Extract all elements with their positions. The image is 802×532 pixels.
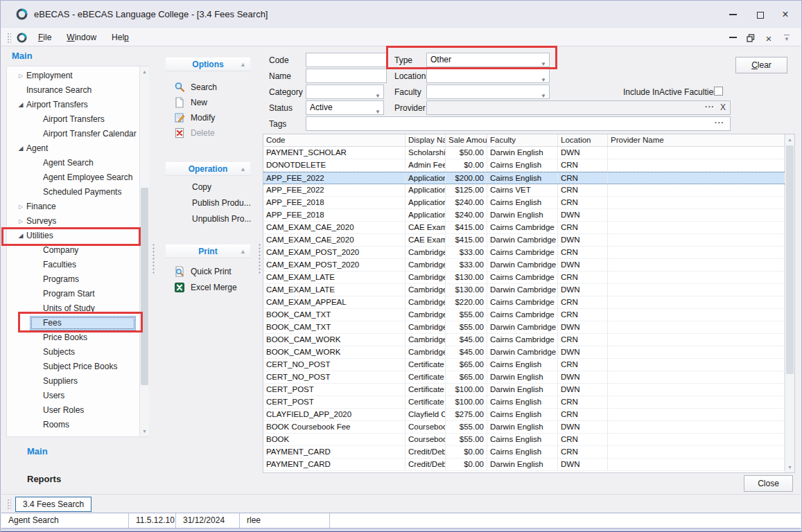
tree-item-airport-transfers[interactable]: ◢Airport Transfers xyxy=(7,98,139,112)
operation-panel-header[interactable]: Operation▲ xyxy=(166,162,250,176)
mdi-minimize-button[interactable] xyxy=(726,32,740,44)
tree-item-program-start[interactable]: Program Start xyxy=(7,287,139,301)
tree-item-finance[interactable]: ▷Finance xyxy=(7,200,139,214)
mdi-restore-button[interactable] xyxy=(744,32,758,44)
name-input[interactable] xyxy=(306,69,387,83)
provider-lookup-field[interactable]: ··· X xyxy=(426,100,731,115)
print-panel-header[interactable]: Print▲ xyxy=(166,245,250,258)
table-row[interactable]: CAM_EXAM_LATECambridge$130.00Cairns Camb… xyxy=(263,272,794,284)
tree-item-rooms[interactable]: Rooms xyxy=(7,418,139,432)
nav-scroll-thumb[interactable] xyxy=(141,188,148,385)
tab-fees-search[interactable]: 3.4 Fees Search xyxy=(15,497,91,512)
table-row[interactable]: PAYMENT_SCHOLARScholarship$50.00Darwin E… xyxy=(263,147,794,159)
modify-action[interactable]: Modify xyxy=(174,110,215,125)
ellipsis-lookup-icon[interactable]: ··· xyxy=(715,118,724,127)
table-row[interactable]: CLAYFIELD_APP_2020Clayfield Cc$275.00Cai… xyxy=(263,409,794,421)
column-header-provider-name[interactable]: Provider Name xyxy=(608,134,785,146)
toolbar-grip[interactable] xyxy=(7,33,11,44)
column-header-sale-amount[interactable]: Sale Amount xyxy=(446,134,487,146)
tree-item-scheduled-payments[interactable]: Scheduled Payments xyxy=(7,185,139,200)
search-action[interactable]: Search xyxy=(174,80,217,95)
table-row[interactable]: APP_FEE_2018Application$240.00Darwin Eng… xyxy=(263,209,794,222)
tree-item-agent[interactable]: ◢Agent xyxy=(7,141,139,156)
tree-item-suppliers[interactable]: Suppliers xyxy=(7,374,139,389)
tree-item-fees[interactable]: Fees xyxy=(7,316,139,330)
options-panel-header[interactable]: Options▲ xyxy=(166,57,250,71)
table-row[interactable]: CAM_EXAM_LATECambridge$130.00Darwin Camb… xyxy=(263,284,794,296)
category-select[interactable]: ▼ xyxy=(306,85,384,99)
tags-input[interactable]: ··· xyxy=(306,116,731,131)
tree-item-agent-search[interactable]: Agent Search xyxy=(7,156,139,170)
mdi-close-button[interactable]: × xyxy=(762,32,776,44)
table-row[interactable]: APP_FEE_2018Application$240.00Cairns Eng… xyxy=(263,197,794,209)
collapse-caret-icon[interactable]: ▲ xyxy=(240,57,246,71)
mdi-dropdown-button[interactable]: ▼ xyxy=(780,32,794,44)
tree-item-price-books[interactable]: Price Books xyxy=(7,330,139,345)
menu-item-file[interactable]: File xyxy=(32,30,58,44)
close-button[interactable]: Close xyxy=(744,475,793,492)
menu-item-help[interactable]: Help xyxy=(105,30,135,44)
maximize-button[interactable] xyxy=(751,6,770,23)
menu-item-window[interactable]: Window xyxy=(60,30,103,44)
unpublish-pro-action[interactable]: Unpublish Pro... xyxy=(192,211,251,227)
table-row[interactable]: BOOK_CAM_WORKCambridge$45.00Cairns Cambr… xyxy=(263,334,794,346)
table-row[interactable]: PAYMENT_CARDCredit/Debi$0.00Darwin Engli… xyxy=(263,459,794,471)
table-row[interactable]: BOOK_CAM_TXTCambridge$55.00Darwin Cambri… xyxy=(263,321,794,334)
table-row[interactable]: DONOTDELETEAdmin Fee$0.00Cairns EnglishC… xyxy=(263,159,794,172)
expand-icon[interactable]: ▷ xyxy=(15,69,26,83)
tree-item-airport-transfer-calendar[interactable]: Airport Transfer Calendar xyxy=(7,127,139,141)
copy-action[interactable]: Copy xyxy=(192,179,211,195)
tree-item-programs[interactable]: Programs xyxy=(7,272,139,287)
scroll-up-icon[interactable]: ▲ xyxy=(785,135,794,144)
tree-item-agent-employee-search[interactable]: Agent Employee Search xyxy=(7,170,139,185)
tree-item-surveys[interactable]: ▷Surveys xyxy=(7,214,139,229)
tree-item-employment[interactable]: ▷Employment xyxy=(7,69,139,83)
column-header-faculty[interactable]: Faculty xyxy=(487,134,558,146)
table-row[interactable]: CERT_POSTCertificate$100.00Cairns Englis… xyxy=(263,396,794,409)
scroll-up-icon[interactable]: ▲ xyxy=(140,67,149,76)
nav-group-main[interactable]: Main xyxy=(27,446,48,456)
table-row[interactable]: CAM_EXAM_CAE_2020CAE Exam I$415.00Cairns… xyxy=(263,222,794,234)
include-inactive-checkbox[interactable] xyxy=(714,87,723,96)
provider-clear-button[interactable]: X xyxy=(720,103,726,112)
column-header-code[interactable]: Code xyxy=(263,134,406,146)
clear-button[interactable]: Clear xyxy=(735,57,787,73)
nav-tree-scrollbar[interactable]: ▲ ▼ xyxy=(139,66,149,436)
scroll-down-icon[interactable]: ▼ xyxy=(785,463,794,472)
collapse-caret-icon[interactable]: ▲ xyxy=(240,162,246,176)
splitter-handle[interactable] xyxy=(152,243,156,274)
tree-item-airport-transfers[interactable]: Airport Transfers xyxy=(7,112,139,127)
table-row[interactable]: CAM_EXAM_POST_2020Cambridge$33.00Cairns … xyxy=(263,247,794,259)
tree-item-user-roles[interactable]: User Roles xyxy=(7,403,139,418)
minimize-button[interactable] xyxy=(723,6,742,23)
delete-action[interactable]: Delete xyxy=(174,125,215,141)
ellipsis-lookup-icon[interactable]: ··· xyxy=(705,103,715,111)
table-row[interactable]: CAM_EXAM_APPEALCambridge$220.00Cairns Ca… xyxy=(263,296,794,309)
table-scroll-thumb[interactable] xyxy=(786,145,794,374)
table-row[interactable]: CERT_POSTCertificate$100.00Darwin Englis… xyxy=(263,384,794,396)
table-row[interactable]: PAYMENT_CARDCredit/Debi$0.00Cairns Engli… xyxy=(263,446,794,459)
tree-item-units-of-study[interactable]: Units of Study xyxy=(7,301,139,316)
tree-item-faculties[interactable]: Faculties xyxy=(7,258,139,272)
nav-group-reports[interactable]: Reports xyxy=(27,474,61,484)
table-row[interactable]: CERT_NO_POSTCertificate$65.00Darwin Engl… xyxy=(263,371,794,384)
collapse-caret-icon[interactable]: ▲ xyxy=(240,245,246,258)
close-window-button[interactable]: × xyxy=(776,6,795,23)
publish-produ-action[interactable]: Publish Produ... xyxy=(192,195,251,211)
excel-merge-action[interactable]: Excel Merge xyxy=(174,280,237,295)
status-select[interactable]: Active▼ xyxy=(306,100,384,115)
tree-item-subject-price-books[interactable]: Subject Price Books xyxy=(7,360,139,374)
new-action[interactable]: New xyxy=(174,95,207,110)
table-row[interactable]: BOOK_CAM_TXTCambridge$55.00Cairns Cambri… xyxy=(263,309,794,321)
collapse-icon[interactable]: ◢ xyxy=(15,98,26,112)
expand-icon[interactable]: ▷ xyxy=(15,200,26,214)
tree-item-insurance-search[interactable]: Insurance Search xyxy=(7,83,139,98)
column-header-display-nar[interactable]: Display Nar xyxy=(406,134,446,146)
table-row[interactable]: APP_FEE_2022Application$200.00Cairns Eng… xyxy=(263,172,794,184)
faculty-select[interactable]: ▼ xyxy=(426,85,550,99)
tree-item-utilities[interactable]: ◢Utilities xyxy=(7,229,139,243)
table-row[interactable]: BOOKCoursebool$55.00Cairns EnglishCRN xyxy=(263,434,794,446)
code-input[interactable] xyxy=(306,53,387,67)
location-select[interactable]: ▼ xyxy=(426,69,550,83)
table-row[interactable]: CAM_EXAM_POST_2020Cambridge$33.00Darwin … xyxy=(263,259,794,272)
